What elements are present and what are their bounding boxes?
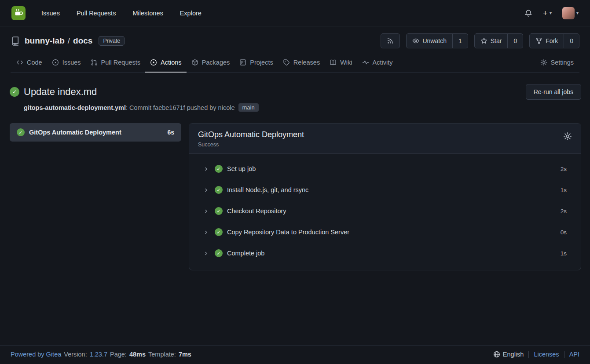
pull-request-icon <box>91 59 98 66</box>
api-link[interactable]: API <box>569 351 579 358</box>
fork-button-group: Fork 0 <box>529 33 579 48</box>
page-time-label: Page: <box>110 351 127 358</box>
repo-title-row: bunny-lab / docs Private <box>11 33 579 48</box>
tab-label: Settings <box>551 59 574 66</box>
step-row[interactable]: ✓ Complete job 1s <box>189 243 581 264</box>
tab-label: Projects <box>250 59 273 66</box>
job-detail-panel: GitOps Automatic Deployment Success <box>189 123 581 270</box>
nav-pull-requests[interactable]: Pull Requests <box>77 10 116 17</box>
issue-circle-icon <box>52 59 59 66</box>
fork-button[interactable]: Fork <box>530 34 564 48</box>
tab-activity[interactable]: Activity <box>357 54 398 73</box>
rerun-all-jobs-button[interactable]: Re-run all jobs <box>526 84 581 100</box>
run-title: Update index.md <box>24 86 97 98</box>
eye-icon <box>412 37 419 44</box>
tab-wiki[interactable]: Wiki <box>325 54 357 73</box>
step-row[interactable]: ✓ Set up job 2s <box>189 158 581 179</box>
pulse-icon <box>362 59 369 66</box>
unwatch-button[interactable]: Unwatch <box>407 34 452 48</box>
watchers-count[interactable]: 1 <box>452 34 468 48</box>
steps-list: ✓ Set up job 2s ✓ Install Node.js, git, … <box>189 154 581 270</box>
commit-info: : Commit faebe1671f pushed by nicole <box>126 104 235 111</box>
chevron-right-icon <box>203 208 209 214</box>
repo-name: bunny-lab / docs <box>25 36 92 46</box>
tab-label: Actions <box>161 59 182 66</box>
step-success-check-icon: ✓ <box>215 249 223 257</box>
step-row[interactable]: ✓ Checkout Repository 2s <box>189 200 581 222</box>
repo-icon <box>11 36 20 46</box>
repo-owner-link[interactable]: bunny-lab <box>25 36 65 46</box>
rss-button[interactable] <box>381 34 399 48</box>
tab-pull-requests[interactable]: Pull Requests <box>86 54 145 73</box>
chevron-right-icon <box>203 229 209 235</box>
gitea-logo[interactable] <box>11 6 26 20</box>
repo-action-buttons: Unwatch 1 Star 0 <box>381 33 579 48</box>
user-menu[interactable]: ▾ <box>562 7 579 19</box>
tab-issues[interactable]: Issues <box>47 54 86 73</box>
code-icon <box>16 59 23 66</box>
star-label: Star <box>491 37 502 44</box>
repo-tabs: Code Issues Pull Requests <box>11 54 579 73</box>
step-name: Copy Repository Data to Production Serve… <box>227 229 349 236</box>
job-detail-title: GitOps Automatic Deployment <box>198 130 304 139</box>
top-navbar-right: + ▾ ▾ <box>524 7 579 19</box>
template-time-value: 7ms <box>179 351 191 358</box>
step-name: Checkout Repository <box>227 207 286 215</box>
tab-packages[interactable]: Packages <box>187 54 235 73</box>
step-duration: 2s <box>561 208 567 215</box>
step-success-check-icon: ✓ <box>215 207 223 215</box>
step-success-check-icon: ✓ <box>215 186 223 194</box>
step-duration: 2s <box>561 166 567 172</box>
book-icon <box>330 59 337 66</box>
powered-by-link[interactable]: Powered by Gitea <box>11 351 61 358</box>
branch-badge[interactable]: main <box>238 103 259 112</box>
licenses-link[interactable]: Licenses <box>534 351 559 358</box>
version-link[interactable]: 1.23.7 <box>90 351 107 358</box>
chevron-down-icon: ▾ <box>576 11 579 15</box>
chevron-right-icon <box>203 251 209 256</box>
tab-projects[interactable]: Projects <box>235 54 278 73</box>
job-item-selected[interactable]: ✓ GitOps Automatic Deployment 6s <box>10 123 181 142</box>
forks-count[interactable]: 0 <box>564 34 579 48</box>
tab-label: Packages <box>202 59 230 66</box>
star-button[interactable]: Star <box>475 34 508 48</box>
tab-label: Issues <box>62 59 81 66</box>
language-label: English <box>503 351 524 358</box>
stars-count[interactable]: 0 <box>507 34 523 48</box>
fork-icon <box>535 37 542 44</box>
step-row[interactable]: ✓ Copy Repository Data to Production Ser… <box>189 222 581 243</box>
tab-settings[interactable]: Settings <box>535 54 579 73</box>
job-detail-header: GitOps Automatic Deployment Success <box>189 124 581 154</box>
nav-issues[interactable]: Issues <box>41 10 60 17</box>
job-options-gear-icon[interactable] <box>563 132 572 141</box>
repo-header: bunny-lab / docs Private <box>0 26 590 73</box>
create-new-button[interactable]: + ▾ <box>543 9 552 17</box>
footer-divider <box>564 351 564 358</box>
top-navbar: Issues Pull Requests Milestones Explore … <box>0 0 590 26</box>
template-time-label: Template: <box>148 351 176 358</box>
tab-label: Code <box>27 59 42 66</box>
top-nav-links: Issues Pull Requests Milestones Explore <box>41 10 202 17</box>
notifications-button[interactable] <box>524 9 532 17</box>
step-name: Install Node.js, git, and rsync <box>227 186 308 193</box>
unwatch-label: Unwatch <box>422 37 446 44</box>
tag-icon <box>283 59 290 66</box>
tab-actions[interactable]: Actions <box>145 54 187 73</box>
tab-label: Pull Requests <box>101 59 140 66</box>
star-icon <box>480 37 487 44</box>
nav-explore[interactable]: Explore <box>180 10 202 17</box>
language-selector[interactable]: English <box>493 351 524 358</box>
page-time-value: 48ms <box>129 351 146 358</box>
rss-button-group <box>381 33 400 48</box>
tab-releases[interactable]: Releases <box>278 54 325 73</box>
run-success-check-icon: ✓ <box>10 87 19 97</box>
nav-milestones[interactable]: Milestones <box>132 10 163 17</box>
step-success-check-icon: ✓ <box>215 165 223 173</box>
job-detail-titles: GitOps Automatic Deployment Success <box>198 130 304 148</box>
repo-name-link[interactable]: docs <box>73 36 92 46</box>
plus-icon: + <box>543 9 548 17</box>
tab-code[interactable]: Code <box>11 54 47 73</box>
step-row[interactable]: ✓ Install Node.js, git, and rsync 1s <box>189 179 581 200</box>
chevron-right-icon <box>203 187 209 193</box>
step-name: Complete job <box>227 250 264 257</box>
